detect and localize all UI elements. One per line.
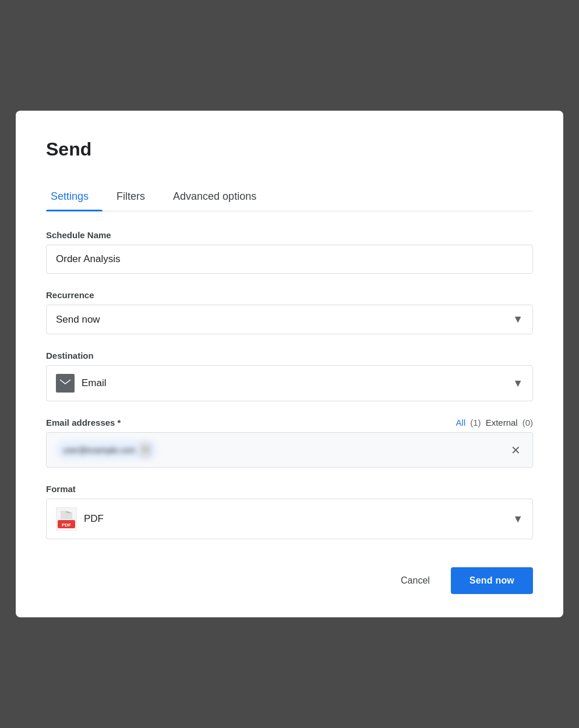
destination-value: Email [82,377,107,389]
chevron-down-icon: ▼ [513,377,523,390]
clear-email-button[interactable]: ✕ [509,441,523,460]
format-select-wrapper: PDF PDF ▼ [46,499,533,539]
email-chip-text: user@example.com [63,446,136,455]
email-chip: user@example.com ✕ [56,440,157,460]
tab-filters[interactable]: Filters [112,183,159,211]
chip-close-button[interactable]: ✕ [140,443,150,457]
schedule-name-field: Schedule Name [46,230,533,274]
filter-all-label[interactable]: All [456,418,466,427]
email-addresses-field: Email addresses * All (1) External (0) u… [46,418,533,468]
dialog-title: Send [46,139,533,160]
cancel-button[interactable]: Cancel [389,570,442,592]
tab-advanced-options[interactable]: Advanced options [168,183,270,211]
schedule-name-input[interactable] [46,245,533,274]
destination-select[interactable]: Email ▼ [46,365,533,401]
chevron-down-icon: ▼ [513,313,523,326]
destination-field: Destination Email ▼ [46,351,533,401]
email-label-left: Email addresses * [46,418,121,427]
svg-text:PDF: PDF [62,522,71,528]
destination-label: Destination [46,351,533,361]
filter-all-count: (1) [470,418,481,427]
filter-external-count: (0) [522,418,533,427]
email-input-area: ✕ [162,441,523,460]
format-select[interactable]: PDF PDF ▼ [46,499,533,539]
recurrence-select[interactable]: Send now ▼ [46,305,533,334]
send-now-button[interactable]: Send now [451,567,533,594]
filter-external-label[interactable]: External [486,418,518,427]
recurrence-select-wrapper: Send now ▼ [46,305,533,334]
dialog-footer: Cancel Send now [46,567,533,594]
email-addresses-label: Email addresses [46,418,115,427]
send-dialog: Send Settings Filters Advanced options S… [16,111,563,617]
required-asterisk: * [117,418,121,427]
schedule-name-label: Schedule Name [46,230,533,240]
email-addresses-header: Email addresses * All (1) External (0) [46,418,533,427]
pdf-icon: PDF [56,507,77,531]
email-chips-container[interactable]: user@example.com ✕ ✕ [46,432,533,468]
format-select-left: PDF PDF [56,507,104,531]
chevron-down-icon: ▼ [513,513,523,525]
format-label: Format [46,484,533,494]
destination-select-left: Email [56,374,107,393]
recurrence-value: Send now [56,314,100,326]
format-value: PDF [84,513,104,525]
format-field: Format PDF PDF ▼ [46,484,533,539]
destination-select-wrapper: Email ▼ [46,365,533,401]
recurrence-field: Recurrence Send now ▼ [46,290,533,334]
recurrence-label: Recurrence [46,290,533,300]
svg-rect-0 [59,379,71,388]
tab-bar: Settings Filters Advanced options [46,183,533,211]
email-icon [56,374,75,393]
email-filter-right: All (1) External (0) [456,418,533,427]
tab-settings[interactable]: Settings [46,183,103,211]
